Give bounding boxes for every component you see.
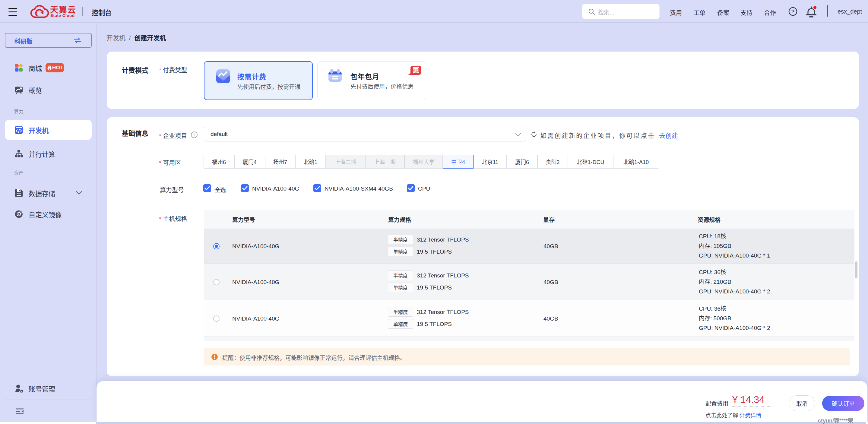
svg-text:?: ?	[193, 133, 195, 137]
svg-text:?: ?	[792, 9, 795, 14]
